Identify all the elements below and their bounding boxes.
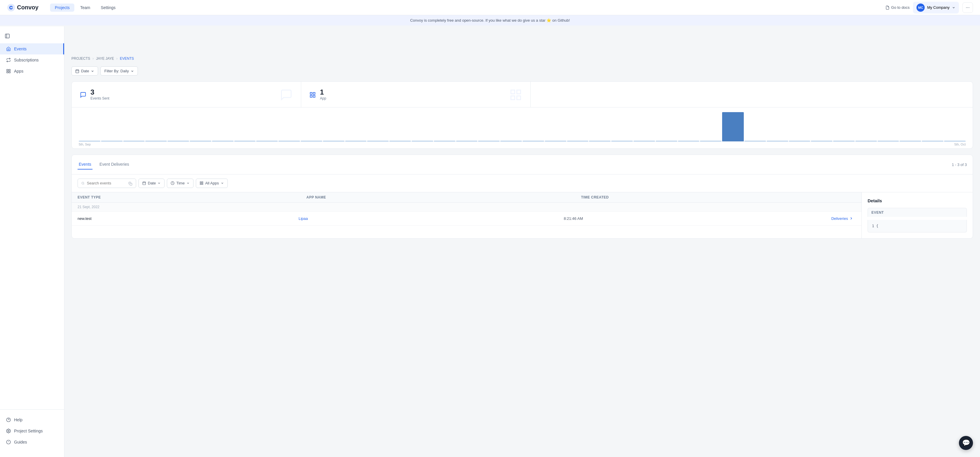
svg-rect-22	[517, 90, 521, 94]
docs-label: Go to docs	[891, 5, 910, 10]
app-label: App	[320, 96, 326, 100]
col-event-type: Event Type	[78, 195, 307, 199]
all-apps-filter-btn[interactable]: All Apps	[196, 178, 228, 188]
message-icon	[80, 91, 86, 98]
sidebar-item-help[interactable]: Help	[0, 414, 64, 425]
svg-rect-24	[511, 96, 515, 100]
chart-bar	[278, 141, 300, 142]
chevron-down-icon-2	[130, 69, 134, 73]
chart-bar	[323, 141, 345, 142]
sidebar-item-guides[interactable]: Guides	[0, 436, 64, 447]
chart-bar	[434, 141, 455, 142]
sidebar-item-events[interactable]: Events	[0, 43, 64, 54]
more-options-button[interactable]: ···	[963, 2, 973, 13]
chart-bar	[745, 141, 766, 142]
chart-end-label: 5th, Oct	[954, 143, 966, 146]
announcement-banner: Convoy is completely free and open-sourc…	[0, 15, 980, 25]
details-content: 1 {	[868, 220, 967, 232]
breadcrumb-project-name[interactable]: JAYE JAYE	[96, 56, 114, 61]
tab-events[interactable]: Events	[78, 159, 92, 169]
svg-rect-17	[310, 92, 312, 94]
clock-icon	[171, 181, 175, 185]
chart-bar	[389, 141, 411, 142]
breadcrumb-current: EVENTS	[120, 56, 134, 61]
nav-team[interactable]: Team	[76, 3, 95, 12]
chart-bar	[767, 141, 788, 142]
main-content: PROJECTS › JAYE JAYE › EVENTS Date Filte…	[64, 52, 980, 457]
chart-bar	[545, 141, 566, 142]
line-number: 1	[872, 224, 874, 228]
table-date-filter-label: Date	[148, 181, 156, 185]
sidebar-item-apps[interactable]: Apps	[0, 65, 64, 77]
content-preview: {	[876, 224, 878, 228]
chart-bar	[79, 141, 100, 142]
chart-bar	[589, 141, 611, 142]
more-icon: ···	[966, 5, 969, 10]
filter-by-button[interactable]: Filter By: Daily	[100, 67, 138, 75]
breadcrumb-projects[interactable]: PROJECTS	[72, 56, 90, 61]
chart-bars	[79, 112, 966, 142]
company-name: My Company	[927, 5, 950, 10]
deliveries-label: Deliveries	[831, 217, 848, 221]
time-filter-btn[interactable]: Time	[167, 178, 193, 188]
chevron-right-icon	[849, 217, 853, 220]
chart-bar	[301, 141, 322, 142]
nav-right-actions: Go to docs MC My Company ···	[885, 2, 973, 13]
svg-line-26	[83, 184, 84, 185]
chart-area: 5th, Sep 5th, Oct	[72, 107, 973, 148]
chart-bar	[412, 141, 433, 142]
time-cell: 8:21:46 AM	[564, 217, 829, 221]
sidebar-toggle[interactable]	[0, 31, 64, 41]
info-icon	[6, 439, 11, 445]
company-dropdown[interactable]: MC My Company	[913, 2, 959, 13]
chevron-down-icon	[952, 6, 955, 10]
details-title: Details	[868, 198, 967, 203]
search-input-wrapper[interactable]	[78, 178, 136, 188]
chart-bar	[944, 141, 966, 142]
svg-point-25	[82, 182, 84, 184]
chart-bar	[899, 141, 921, 142]
date-filter-btn[interactable]: Date	[138, 178, 164, 188]
chart-bar	[345, 141, 367, 142]
sidebar-item-apps-label: Apps	[14, 69, 24, 73]
events-header: Events Event Deliveries 1 - 3 of 3	[72, 155, 973, 175]
search-input[interactable]	[87, 181, 126, 185]
date-filter-button[interactable]: Date	[72, 67, 98, 75]
tab-event-deliveries[interactable]: Event Deliveries	[99, 159, 130, 169]
chat-widget-button[interactable]: 💬	[959, 436, 973, 450]
svg-rect-4	[9, 69, 10, 71]
chart-bar	[633, 141, 655, 142]
table-time-filter-label: Time	[176, 181, 185, 185]
chart-bar	[522, 141, 544, 142]
sidebar: Events Subscriptions Apps Help	[0, 26, 64, 457]
repeat-icon	[6, 57, 11, 63]
search-icon	[81, 181, 84, 185]
svg-rect-1	[5, 34, 10, 38]
events-sent-label: Events Sent	[91, 96, 110, 100]
filter-bar: Date Filter By: Daily	[72, 67, 973, 75]
go-to-docs-link[interactable]: Go to docs	[885, 5, 910, 10]
table-apps-filter-label: All Apps	[205, 181, 219, 185]
nav-links: Projects Team Settings	[50, 3, 885, 12]
sidebar-collapse-icon	[5, 33, 10, 39]
search-bar: Date Time All Apps	[72, 175, 973, 192]
breadcrumb: PROJECTS › JAYE JAYE › EVENTS	[72, 56, 973, 61]
sidebar-item-guides-label: Guides	[14, 440, 27, 444]
app-name-link[interactable]: Lipaa	[299, 217, 308, 221]
chart-bar	[878, 141, 899, 142]
chart-bar	[611, 141, 633, 142]
chart-start-label: 5th, Sep	[79, 143, 91, 146]
table-row[interactable]: new.test Lipaa 8:21:46 AM Deliveries	[72, 212, 861, 226]
chart-bar	[789, 141, 811, 142]
chart-bar	[655, 141, 677, 142]
deliveries-button[interactable]: Deliveries	[829, 215, 856, 222]
chart-bar	[212, 141, 234, 142]
banner-text: Convoy is completely free and open-sourc…	[410, 18, 570, 22]
logo[interactable]: Convoy	[7, 3, 38, 12]
nav-projects[interactable]: Projects	[50, 3, 74, 12]
copy-icon[interactable]	[129, 181, 132, 185]
sidebar-item-project-settings[interactable]: Project Settings	[0, 425, 64, 436]
nav-settings[interactable]: Settings	[96, 3, 120, 12]
chart-bar	[811, 141, 832, 142]
sidebar-item-subscriptions[interactable]: Subscriptions	[0, 54, 64, 65]
